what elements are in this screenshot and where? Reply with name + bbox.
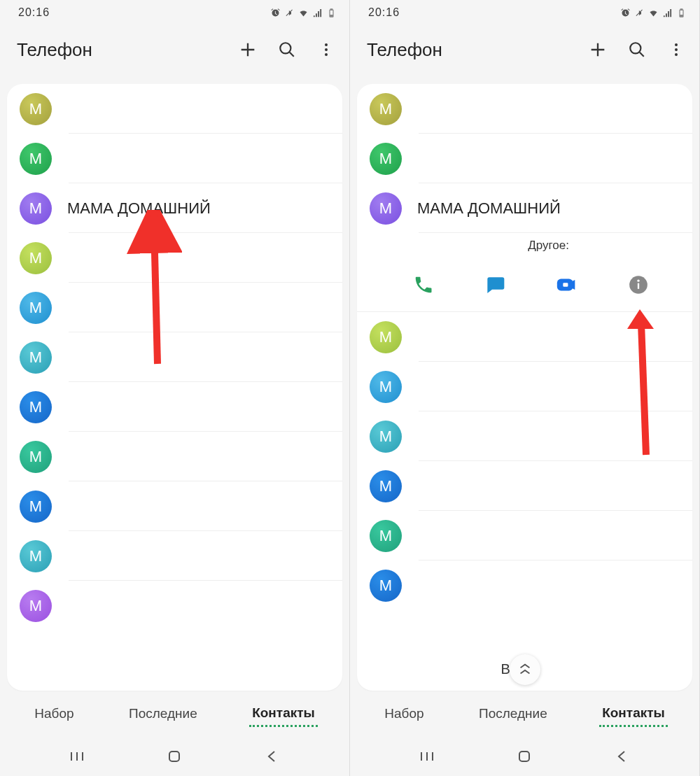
contact-avatar: M	[20, 192, 52, 225]
contact-row[interactable]: M	[20, 332, 342, 382]
add-button[interactable]	[582, 34, 614, 66]
contact-row[interactable]: M	[20, 432, 342, 481]
contact-row[interactable]: M	[20, 481, 342, 531]
nav-back[interactable]	[601, 748, 643, 765]
search-icon	[278, 41, 296, 59]
add-button[interactable]	[232, 34, 264, 66]
svg-point-13	[675, 43, 678, 46]
nav-home[interactable]	[153, 748, 195, 765]
svg-rect-11	[680, 15, 683, 16]
search-button[interactable]	[271, 34, 303, 66]
tab-recent[interactable]: Последние	[126, 702, 200, 726]
expanded-actions	[370, 271, 692, 299]
contact-row[interactable]: M	[370, 134, 692, 183]
phone-left: 20:16 Телефон MMMМАМА ДОМАШНИЙMMMMMMMM	[0, 0, 350, 776]
svg-rect-22	[519, 752, 529, 761]
contact-row[interactable]: M	[20, 531, 342, 581]
alarm-icon	[270, 8, 281, 18]
nav-recents[interactable]	[406, 748, 448, 765]
contact-row[interactable]: M	[20, 84, 342, 134]
status-time: 20:16	[18, 6, 50, 19]
info-button[interactable]	[624, 271, 652, 299]
search-button[interactable]	[621, 34, 653, 66]
wifi-icon	[648, 8, 659, 18]
contacts-card: MMMМАМА ДОМАШНИЙMMMMMMMM	[7, 84, 342, 691]
contact-avatar: M	[370, 93, 402, 125]
contact-avatar: M	[370, 143, 402, 175]
wifi-icon	[298, 8, 309, 18]
video-call-button[interactable]	[553, 271, 581, 299]
battery-icon	[326, 8, 337, 18]
contact-avatar: M	[20, 242, 52, 274]
tab-contacts[interactable]: Контакты	[249, 701, 318, 727]
scroll-top-button[interactable]: В	[510, 654, 540, 685]
contact-avatar: M	[370, 421, 402, 453]
contact-row[interactable]: M	[20, 581, 342, 630]
nav-recents[interactable]	[56, 748, 98, 765]
back-icon	[614, 748, 631, 765]
contact-avatar: M	[20, 292, 52, 324]
expanded-label: Другое:	[370, 239, 692, 253]
contact-row[interactable]: MМАМА ДОМАШНИЙ	[20, 183, 342, 233]
more-button[interactable]	[660, 34, 692, 66]
contact-avatar: M	[20, 391, 52, 423]
svg-rect-10	[680, 8, 682, 9]
tab-recent[interactable]: Последние	[476, 702, 550, 726]
status-time: 20:16	[368, 6, 400, 19]
status-bar: 20:16	[350, 0, 699, 25]
contact-row[interactable]: M	[370, 560, 692, 610]
chat-icon	[484, 274, 506, 296]
contact-row[interactable]: M	[370, 312, 692, 362]
contact-avatar: M	[370, 520, 402, 552]
svg-point-4	[325, 43, 328, 46]
contact-avatar: M	[20, 441, 52, 473]
svg-point-3	[280, 43, 290, 53]
message-button[interactable]	[481, 271, 509, 299]
nav-home[interactable]	[503, 748, 545, 765]
partial-row-letter: В	[501, 661, 510, 677]
status-icons	[620, 8, 687, 18]
contact-row[interactable]: M	[20, 134, 342, 183]
svg-rect-8	[169, 752, 179, 761]
contact-avatar: M	[20, 93, 52, 125]
contact-avatar: M	[370, 470, 402, 502]
contact-avatar: M	[20, 341, 52, 374]
status-icons	[270, 8, 337, 18]
tab-dial[interactable]: Набор	[31, 702, 76, 726]
header-actions	[232, 34, 342, 66]
recents-icon	[419, 748, 435, 765]
svg-point-6	[325, 53, 328, 56]
contact-row[interactable]: M	[20, 233, 342, 283]
contact-expanded-panel: Другое:	[370, 233, 692, 311]
contact-row[interactable]: M	[370, 411, 692, 461]
app-header: Телефон	[350, 25, 699, 74]
contact-avatar: M	[370, 192, 402, 225]
contact-row[interactable]: MМАМА ДОМАШНИЙ	[370, 183, 692, 233]
alarm-icon	[620, 8, 631, 18]
tab-dial[interactable]: Набор	[382, 702, 426, 726]
bottom-tabs: Набор Последние Контакты	[0, 691, 349, 737]
signal-icon	[312, 8, 323, 18]
contact-row[interactable]: M	[370, 461, 692, 511]
contact-avatar: M	[20, 491, 52, 523]
call-button[interactable]	[410, 271, 438, 299]
more-button[interactable]	[310, 34, 342, 66]
contact-row[interactable]: M	[370, 362, 692, 411]
svg-point-5	[325, 48, 328, 51]
contact-avatar: M	[370, 321, 402, 353]
nav-back[interactable]	[251, 748, 293, 765]
chevron-up-icon	[517, 662, 533, 677]
contact-avatar: M	[20, 590, 52, 622]
contact-row[interactable]: M	[20, 382, 342, 432]
svg-point-15	[675, 53, 678, 56]
tab-contacts[interactable]: Контакты	[599, 701, 668, 727]
contact-row[interactable]: M	[370, 84, 692, 134]
more-vert-icon	[318, 41, 335, 58]
android-navbar	[0, 737, 349, 776]
contact-list[interactable]: MMMМАМА ДОМАШНИЙMMMMMMMM	[7, 84, 342, 630]
contact-row[interactable]: M	[20, 283, 342, 332]
app-header: Телефон	[0, 25, 349, 74]
contacts-card: MMMМАМА ДОМАШНИЙ Другое: MMMMMM В	[357, 84, 692, 691]
contact-list[interactable]: MMMМАМА ДОМАШНИЙ Другое: MMMMMM	[357, 84, 692, 610]
contact-row[interactable]: M	[370, 511, 692, 560]
